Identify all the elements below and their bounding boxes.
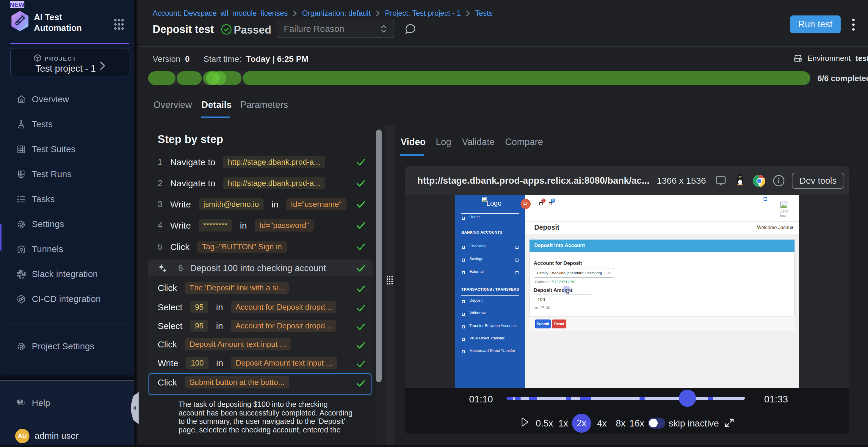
svg-text:?: ? [19,399,21,403]
